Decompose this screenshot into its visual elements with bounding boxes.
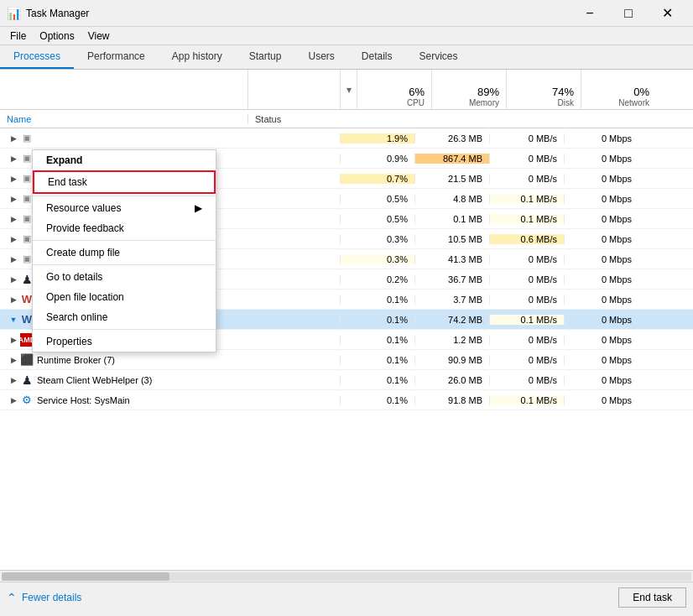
expand-icon[interactable]: ▼	[7, 313, 20, 326]
col-header-network[interactable]: 0% Network	[581, 70, 656, 109]
process-memory: 0.1 MB	[414, 214, 489, 224]
tab-services[interactable]: Services	[406, 45, 472, 69]
ctx-properties[interactable]: Properties	[33, 331, 216, 352]
process-disk: 0 MB/s	[489, 154, 564, 164]
expand-icon[interactable]: ▶	[7, 152, 20, 165]
col-header-name-spacer	[0, 70, 248, 109]
tab-performance[interactable]: Performance	[74, 45, 159, 69]
menu-view[interactable]: View	[81, 29, 117, 44]
horizontal-scrollbar[interactable]	[0, 570, 693, 582]
process-network: 0 Mbps	[564, 254, 638, 264]
process-memory: 10.5 MB	[414, 234, 489, 244]
process-network: 0 Mbps	[564, 133, 638, 144]
process-memory: 90.9 MB	[414, 355, 489, 365]
table-row[interactable]: ▶ ▣ 1.9% 26.3 MB 0 MB/s 0 Mbps	[0, 128, 693, 149]
maximize-button[interactable]: □	[609, 0, 648, 27]
process-disk: 0.1 MB/s	[489, 395, 564, 405]
process-network: 0 Mbps	[564, 295, 638, 305]
process-memory: 21.5 MB	[414, 174, 489, 184]
col-header-memory[interactable]: 89% Memory	[432, 70, 507, 109]
table-row[interactable]: ▶ ⚙ Service Host: SysMain 0.1% 91.8 MB 0…	[0, 390, 693, 410]
disk-label: Disk	[558, 98, 574, 107]
process-cpu: 0.1%	[340, 335, 414, 345]
tab-startup[interactable]: Startup	[236, 45, 295, 69]
ctx-go-to-details[interactable]: Go to details	[33, 267, 216, 287]
sort-icon: ▾	[341, 70, 357, 109]
scrollbar-track[interactable]	[2, 572, 691, 581]
process-name: ▶ ⚙ Service Host: SysMain	[0, 394, 248, 407]
process-cpu: 1.9%	[340, 133, 414, 144]
process-cpu: 0.2%	[340, 274, 414, 285]
process-disk: 0.1 MB/s	[489, 214, 564, 224]
process-name-label: Service Host: SysMain	[37, 395, 130, 405]
process-disk: 0.1 MB/s	[489, 194, 564, 204]
process-memory: 74.2 MB	[414, 315, 489, 325]
process-icon: ⚙	[20, 394, 34, 407]
col-header-disk[interactable]: 74% Disk	[507, 70, 581, 109]
ctx-end-task[interactable]: End task	[33, 170, 216, 194]
end-task-button[interactable]: End task	[618, 587, 686, 608]
ctx-search-online[interactable]: Search online	[33, 307, 216, 327]
ctx-provide-feedback[interactable]: Provide feedback	[33, 218, 216, 238]
expand-icon[interactable]: ▶	[7, 132, 20, 145]
process-icon: ♟	[20, 373, 34, 387]
expand-icon[interactable]: ▶	[7, 353, 20, 367]
process-memory: 91.8 MB	[414, 395, 489, 405]
process-memory: 4.8 MB	[414, 194, 489, 204]
table-row[interactable]: ▶ ♟ Steam Client WebHelper (3) 0.1% 26.0…	[0, 370, 693, 390]
tab-users[interactable]: Users	[294, 45, 347, 69]
fewer-details-button[interactable]: ⌃ Fewer details	[7, 591, 81, 604]
table-row[interactable]: ▶ ⬛ Runtime Broker (7) 0.1% 90.9 MB 0 MB…	[0, 350, 693, 370]
tab-details[interactable]: Details	[348, 45, 406, 69]
process-icon: ⬛	[20, 353, 34, 367]
tab-app-history[interactable]: App history	[159, 45, 236, 69]
ctx-separator-3	[33, 264, 216, 265]
expand-icon[interactable]: ▶	[7, 192, 20, 206]
process-network: 0 Mbps	[564, 214, 638, 224]
process-memory: 3.7 MB	[414, 295, 489, 305]
col-header-cpu[interactable]: 6% CPU	[357, 70, 432, 109]
expand-icon[interactable]: ▶	[7, 172, 20, 185]
ctx-separator-2	[33, 240, 216, 241]
minimize-button[interactable]: −	[571, 0, 609, 27]
disk-percent: 74%	[552, 86, 574, 98]
menu-file[interactable]: File	[3, 29, 33, 44]
process-network: 0 Mbps	[564, 154, 638, 164]
expand-icon[interactable]: ▶	[7, 273, 20, 286]
process-network: 0 Mbps	[564, 375, 638, 385]
ctx-expand[interactable]: Expand	[33, 150, 216, 170]
memory-percent: 89%	[477, 86, 499, 98]
tab-bar: Processes Performance App history Startu…	[0, 45, 693, 70]
close-button[interactable]: ✕	[648, 0, 686, 27]
process-network: 0 Mbps	[564, 174, 638, 184]
process-disk: 0 MB/s	[489, 274, 564, 285]
process-cpu: 0.3%	[340, 254, 414, 264]
expand-icon[interactable]: ▶	[7, 232, 20, 246]
process-disk: 0 MB/s	[489, 295, 564, 305]
process-memory: 36.7 MB	[414, 274, 489, 285]
process-memory: 1.2 MB	[414, 335, 489, 345]
col-label-status[interactable]: Status	[248, 114, 340, 124]
ctx-create-dump[interactable]: Create dump file	[33, 243, 216, 263]
process-cpu: 0.7%	[340, 174, 414, 184]
process-icon: ▣	[20, 132, 34, 145]
expand-icon[interactable]: ▶	[7, 253, 20, 266]
process-network: 0 Mbps	[564, 315, 638, 325]
expand-icon[interactable]: ▶	[7, 212, 20, 226]
ctx-resource-values[interactable]: Resource values ▶	[33, 198, 216, 218]
expand-icon[interactable]: ▶	[7, 373, 20, 387]
col-header-status-spacer	[248, 70, 340, 109]
process-disk: 0 MB/s	[489, 254, 564, 264]
network-label: Network	[618, 98, 649, 107]
process-disk: 0.1 MB/s	[489, 315, 564, 325]
ctx-open-file-location[interactable]: Open file location	[33, 287, 216, 307]
expand-icon[interactable]: ▶	[7, 293, 20, 306]
process-memory: 41.3 MB	[414, 254, 489, 264]
process-disk: 0 MB/s	[489, 375, 564, 385]
process-disk: 0 MB/s	[489, 133, 564, 144]
menu-options[interactable]: Options	[33, 29, 81, 44]
expand-icon[interactable]: ▶	[7, 394, 20, 407]
scrollbar-thumb[interactable]	[2, 572, 169, 581]
tab-processes[interactable]: Processes	[0, 45, 74, 69]
col-label-name[interactable]: Name	[0, 114, 248, 124]
